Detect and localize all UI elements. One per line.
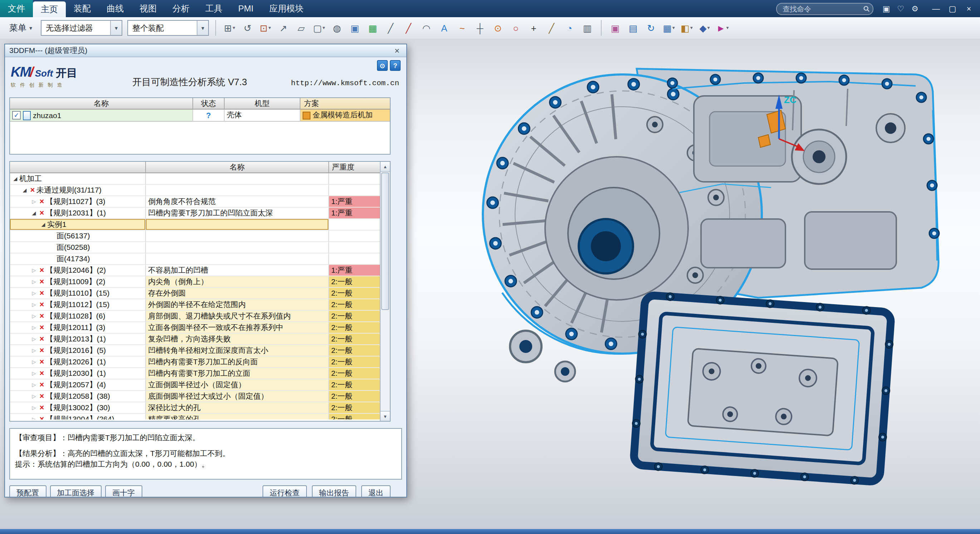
menu-tab-analysis[interactable]: 分析 <box>164 0 197 17</box>
spline-icon[interactable]: ~ <box>453 20 471 36</box>
dialog-titlebar[interactable]: 3DDFM--- (超级管理员) × <box>5 45 406 57</box>
measure-icon[interactable]: ◔ <box>561 20 578 36</box>
expand-icon[interactable]: ▷ <box>30 313 38 319</box>
help-icon[interactable]: ? <box>390 60 401 71</box>
model-row[interactable]: ✓ zhuzao1 ? 壳体 金属模铸造后机加 <box>10 110 390 122</box>
menu-tab-pmi[interactable]: PMI <box>230 0 261 17</box>
machining-face-select-button[interactable]: 加工面选择 <box>50 485 102 497</box>
collapse-icon[interactable]: ◢ <box>11 176 19 182</box>
column-header-status[interactable]: 状态 <box>193 98 224 110</box>
selection-rectangle-icon[interactable]: ▢▾ <box>310 20 328 36</box>
menu-button[interactable]: 菜单 ▾ <box>4 20 37 36</box>
menu-tab-curve[interactable]: 曲线 <box>99 0 132 17</box>
minimize-button[interactable]: — <box>928 2 944 15</box>
menu-tab-assembly[interactable]: 装配 <box>66 0 99 17</box>
wand-icon[interactable]: ►▾ <box>714 20 731 36</box>
rule-tree-row[interactable]: ▷×【规则12057】(4)立面倒圆半径过小（固定值）2:一般 <box>10 379 380 391</box>
cad-model-gearbox-housing[interactable]: ZC <box>458 46 959 511</box>
expand-icon[interactable]: ▷ <box>30 393 38 399</box>
expand-icon[interactable]: ▷ <box>30 382 38 387</box>
exit-button[interactable]: 退出 <box>361 485 391 497</box>
close-dialog-button[interactable]: × <box>392 45 402 56</box>
model-checkbox[interactable]: ✓ <box>12 111 21 120</box>
scrollbar[interactable]: ▲ ▼ <box>380 162 390 421</box>
collapse-icon[interactable]: ◢ <box>30 210 38 216</box>
rule-tree-row[interactable]: ▷×【规则11009】(2)内尖角（倒角上）2:一般 <box>10 276 380 288</box>
output-report-button[interactable]: 输出报告 <box>312 485 356 497</box>
rule-tree-row[interactable]: 面(50258) <box>10 242 380 253</box>
circle-center-icon[interactable]: ⊙ <box>489 20 506 36</box>
menu-tab-file[interactable]: 文件 <box>0 0 33 17</box>
rule-tree-row[interactable]: ▷×【规则12013】(1)复杂凹槽，方向选择失败2:一般 <box>10 333 380 345</box>
rule-tree-row[interactable]: ▷×【规则12058】(38)底面倒圆半径过大或过小（固定值）2:一般 <box>10 391 380 402</box>
column-header-severity[interactable]: 严重度 <box>329 162 380 173</box>
search-input[interactable] <box>776 3 873 15</box>
rule-tree-row[interactable]: ◢机加工 <box>10 173 380 185</box>
sphere-icon[interactable]: ◍ <box>328 20 345 36</box>
run-check-button[interactable]: 运行检查 <box>262 485 307 497</box>
snap-point-icon[interactable]: ⊞▾ <box>221 20 238 36</box>
expand-icon[interactable]: ▷ <box>30 336 38 342</box>
rule-tree-row[interactable]: ▷×【规则12026】(1)凹槽内有需要T形刀加工的反向面2:一般 <box>10 357 380 368</box>
circle-icon[interactable]: ○ <box>507 20 524 36</box>
rule-tree-row[interactable]: ◢实例1 <box>10 219 380 231</box>
rule-tree-row[interactable]: ▷×【规则11027】(3)倒角角度不符合规范1:严重 <box>10 196 380 207</box>
selected-flange[interactable] <box>629 291 896 486</box>
scrollbar-thumb[interactable] <box>381 172 389 310</box>
expand-icon[interactable]: ▷ <box>30 370 38 376</box>
scroll-up-button[interactable]: ▲ <box>380 162 390 172</box>
column-header-rule-name[interactable]: 名称 <box>146 162 329 173</box>
text-icon[interactable]: A <box>436 20 453 36</box>
rule-tree-row[interactable]: ▷×【规则12016】(5)凹槽转角半径相对立面深度而言太小2:一般 <box>10 345 380 357</box>
expand-icon[interactable]: ▷ <box>30 199 38 204</box>
rule-tree-row[interactable]: 面(41734) <box>10 253 380 265</box>
gear-icon[interactable]: ⚙ <box>908 2 922 15</box>
expand-icon[interactable]: ▷ <box>30 325 38 330</box>
pencil-icon[interactable]: ╱ <box>543 20 560 36</box>
rule-tree-row[interactable]: ▷×【规则13002】(30)深径比过大的孔2:一般 <box>10 402 380 414</box>
column-header-plan[interactable]: 方案 <box>301 98 390 110</box>
restore-button[interactable]: ▢ <box>944 2 961 15</box>
expand-icon[interactable]: ▷ <box>30 416 38 419</box>
plus-icon[interactable]: + <box>525 20 542 36</box>
expand-icon[interactable]: ▷ <box>30 359 38 365</box>
rule-tree-row[interactable]: ▷×【规则11012】(15)外倒圆的半径不在给定范围内2:一般 <box>10 299 380 311</box>
grid-icon[interactable]: ▦▾ <box>660 20 678 36</box>
palette-icon[interactable]: ◧▾ <box>678 20 695 36</box>
rule-tree-row[interactable]: ▷×【规则13004】(264)精度要求高的孔2:一般 <box>10 414 380 419</box>
rule-tree-row[interactable]: ▷×【规则12046】(2)不容易加工的凹槽1:严重 <box>10 265 380 276</box>
column-header-name[interactable]: 名称 <box>10 98 193 110</box>
menu-tab-application[interactable]: 应用模块 <box>261 0 312 17</box>
expand-icon[interactable]: ▷ <box>30 302 38 308</box>
solid-icon[interactable]: ◆▾ <box>696 20 713 36</box>
expand-icon[interactable]: ▷ <box>30 267 38 273</box>
window-icon[interactable]: ▣ <box>606 20 624 36</box>
selection-scope-dropdown[interactable]: 整个装配 ▾ <box>127 20 209 36</box>
draw-cross-button[interactable]: 画十字 <box>105 485 142 497</box>
polyline-icon[interactable]: ╱ <box>400 20 417 36</box>
undo-icon[interactable]: ↺ <box>239 20 256 36</box>
rule-tree-row[interactable]: ▷×【规则11028】(6)肩部倒圆、退刀槽缺失或尺寸不在系列值内2:一般 <box>10 311 380 322</box>
rule-tree-row[interactable]: ▷×【规则12030】(1)凹槽内有需要T形刀加工的立面2:一般 <box>10 368 380 379</box>
snapshot-icon[interactable]: ▤ <box>624 20 642 36</box>
preset-button[interactable]: 预配置 <box>9 485 46 497</box>
rule-tree-row[interactable]: ◢×【规则12031】(1)凹槽内需要T形刀加工的凹陷立面太深1:严重 <box>10 207 380 219</box>
paste-icon[interactable]: ⊡▾ <box>257 20 274 36</box>
menu-tab-view[interactable]: 视图 <box>132 0 164 17</box>
expand-icon[interactable]: ▷ <box>30 290 38 296</box>
panel-icon[interactable]: ▣ <box>879 2 893 15</box>
expand-icon[interactable]: ▷ <box>30 279 38 285</box>
rule-tree-row[interactable]: 面(56137) <box>10 231 380 242</box>
refresh-icon[interactable]: ↻ <box>643 20 660 36</box>
close-button[interactable]: × <box>961 2 977 15</box>
column-header-machine[interactable]: 机型 <box>224 98 301 110</box>
scroll-down-button[interactable]: ▼ <box>380 411 390 421</box>
heart-icon[interactable]: ♡ <box>893 2 908 15</box>
line-icon[interactable]: ╱ <box>382 20 399 36</box>
expand-icon[interactable]: ▷ <box>30 347 38 353</box>
selection-filter-dropdown[interactable]: 无选择过滤器 ▾ <box>41 20 123 36</box>
rule-tree-row[interactable]: ◢×未通过规则(31/117) <box>10 185 380 196</box>
menu-tab-home[interactable]: 主页 <box>33 2 66 17</box>
pin-icon[interactable]: ⊙ <box>377 60 388 71</box>
copy-face-icon[interactable]: ▱ <box>293 20 310 36</box>
